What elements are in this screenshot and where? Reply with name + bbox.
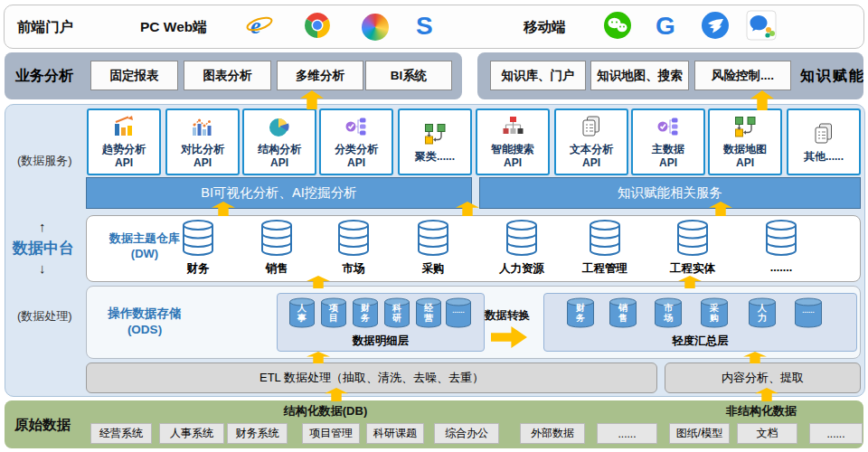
api-suffix: API [193,156,212,169]
mobile-label: 移动端 [524,5,566,48]
architecture-diagram: 前端门户 PC Web端 eS 移动端 G 业务分析 固定报表图表分析多维分析B… [0,0,868,452]
raw-data-label: 原始数据 [14,400,71,448]
unstructured-source-item: 文档 [737,423,797,444]
cluster-flow-icon [423,122,447,149]
unstructured-source-item: 图纸/模型 [669,423,730,444]
ods-cylinder-label: ...... [445,306,472,316]
mobile-g-icon: G [652,11,681,43]
database-cylinder-icon [588,244,622,259]
chrome-browser-icon [304,12,331,42]
api-box-8: 主数据API [631,108,705,175]
dw-cylinder: 工程管理 [569,219,641,277]
ods-cylinder: 市场 [654,297,683,328]
dw-cylinder-label: 采购 [397,261,469,277]
pinwheel-browser-icon [362,14,389,41]
structured-source-item: 经营系统 [90,423,152,444]
raw-data-panel: 原始数据 结构化数据(DB) 非结构化数据 经营系统人事系统财务系统项目管理科研… [5,400,863,448]
ods-cylinder: 科研 [383,297,410,328]
ods-cylinder: ...... [445,297,472,328]
api-box-6: 智能搜索API [476,108,550,175]
api-box-10: 其他...... [787,108,861,175]
dw-cylinder: 人力资源 [486,219,558,277]
dw-cylinder: 工程实体 [656,219,729,277]
ods-cylinder-label: 人事 [288,304,316,323]
business-item: 图表分析 [184,61,271,90]
sogou-browser-icon-wrap: S [410,13,439,42]
ods-cylinder-label: 财务 [566,304,595,323]
wecom-icon [746,10,777,44]
dw-cylinder: 销售 [241,219,313,277]
business-item: 固定报表 [90,61,178,90]
api-box-4: 分类分析API [319,108,393,175]
ods-cylinder: 采购 [700,297,729,328]
database-cylinder-icon [336,244,371,259]
api-suffix: API [504,156,522,169]
ods-cylinder-label: 经营 [415,304,442,323]
api-box-label: 趋势分析 [102,143,146,155]
knowledge-service-bar: 知识赋能相关服务 [479,177,861,209]
dw-cylinder-label: 工程管理 [569,261,641,277]
structured-source-item: 人事系统 [159,423,224,444]
database-cylinder-icon [794,315,823,331]
structured-source-item: 项目管理 [302,423,360,444]
api-box-label: 数据地图 [723,143,767,155]
ods-cylinder-label: 销售 [609,304,637,323]
api-suffix: API [659,156,677,169]
business-analysis-panel: 业务分析 固定报表图表分析多维分析BI系统 [5,52,462,99]
ods-cylinder: 人力 [748,297,777,328]
api-box-label: 结构分析 [258,143,301,155]
api-box-label: 文本分析 [570,143,613,155]
structured-source-item: 外部数据 [520,423,585,444]
ods-cylinder-label: 人力 [748,304,777,323]
ods-cylinder: 财务 [352,297,379,328]
database-cylinder-icon [181,244,215,259]
ods-cylinder: 人事 [288,297,316,328]
ods-cylinder-label: 市场 [654,304,683,323]
api-box-label: 聚类...... [415,150,455,163]
ods-cylinder-label: 科研 [383,304,410,323]
api-suffix: API [270,156,288,169]
ods-label: 操作数据存储 (ODS) [92,306,197,338]
wecom-icon-wrap [747,13,776,42]
knowledge-panel: 知识库、门户知识地图、搜索风险控制.... 知识赋能 [477,52,863,99]
ods-cylinder: 项目 [320,297,347,328]
api-box-label: 其他...... [804,150,844,163]
svg-text:e: e [250,13,261,39]
up-arrow-glyph: ↑ [39,219,46,234]
dw-cylinder-label: 市场 [317,261,390,277]
svg-text:G: G [656,12,675,40]
dingtalk-icon-wrap [701,13,730,42]
api-box-7: 文本分析API [554,108,628,175]
trend-chart-icon [112,115,136,142]
unstructured-data-header: 非结构化数据 [689,403,834,419]
api-box-label: 分类分析 [335,143,378,155]
ods-cylinder-label: ...... [794,306,823,316]
ie-browser-icon: e [246,12,273,42]
dw-cylinder: 财务 [162,219,234,277]
api-suffix: API [347,156,365,169]
structured-source-item: ...... [597,423,657,444]
data-platform-title: 数据中台 [13,238,74,259]
api-box-5: 聚类...... [398,108,472,175]
structured-source-item: 财务系统 [227,423,288,444]
dw-cylinder: 市场 [317,219,390,277]
document-icon [580,115,603,142]
pie-chart-icon [268,115,291,142]
svg-text:S: S [416,12,433,39]
knowledge-item: 知识库、门户 [490,61,586,90]
api-box-1: 趋势分析API [87,108,161,175]
database-cylinder-icon [416,244,450,259]
document-icon [812,122,835,149]
api-box-9: 数据地图API [708,108,782,175]
summary-layer-box: 财务销售市场采购人力...... 轻度汇总层 [543,293,857,352]
dingtalk-icon [701,11,730,43]
classify-icon [656,115,680,142]
sogou-browser-icon: S [410,12,438,42]
etl-process-box: ETL 数据处理（抽取、清洗、去噪、去重） [86,363,657,393]
ods-cylinder-label: 采购 [700,304,729,323]
dw-cylinder-label: ....... [745,261,817,274]
api-suffix: API [115,156,133,169]
api-box-label: 对比分析 [181,143,224,155]
structured-source-item: 综合办公 [434,423,499,444]
data-process-side-label: (数据处理) [17,308,72,325]
